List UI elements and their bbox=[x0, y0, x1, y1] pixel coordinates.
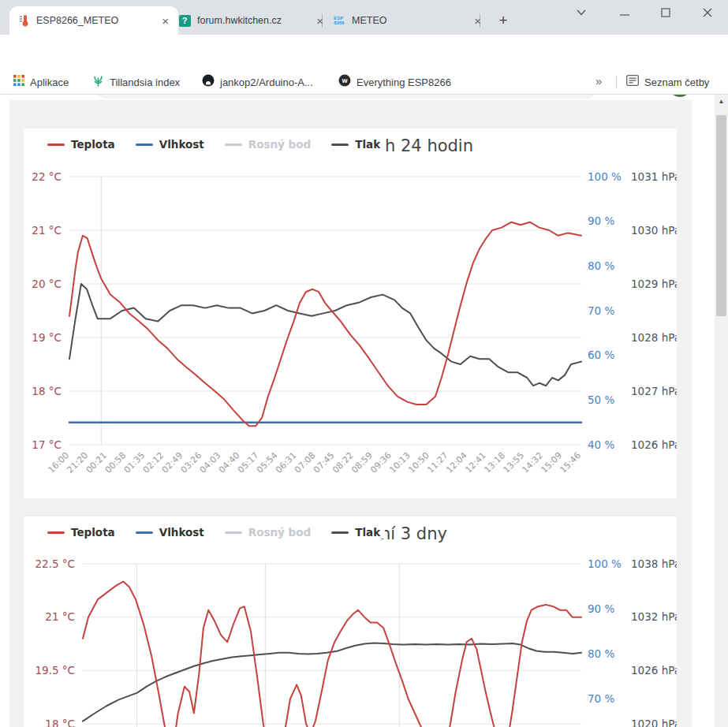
bookmark-everything-esp8266[interactable]: W Everything ESP8266 bbox=[334, 73, 455, 91]
legend-item[interactable]: Vlhkost bbox=[136, 526, 204, 539]
humidity-tick-label: 100 % bbox=[588, 557, 622, 570]
x-tick-label: 12:04 bbox=[444, 450, 469, 475]
x-tick-label: 13:18 bbox=[482, 450, 507, 475]
tab-esp8266-meteo[interactable]: ESP8266_METEO × bbox=[9, 6, 178, 35]
series-teplota bbox=[69, 222, 581, 426]
scrollbar-up-arrow[interactable]: ▲ bbox=[715, 98, 728, 105]
maximize-button[interactable] bbox=[650, 2, 681, 24]
temp-tick-label: 18 °C bbox=[32, 385, 62, 397]
legend-item[interactable]: Vlhkost bbox=[136, 138, 204, 151]
x-tick-label: 10:13 bbox=[387, 450, 413, 475]
bookmark-github-arduino[interactable]: jankop2/Arduino-A... bbox=[198, 73, 317, 91]
chart-card-24h: h 24 hodin TeplotaVlhkostRosný bodTlak 2… bbox=[24, 129, 677, 498]
temp-tick-label: 20 °C bbox=[32, 278, 62, 290]
esp8266-icon: ESP8266 bbox=[333, 14, 345, 27]
tab-forum-hwkitchen[interactable]: ? forum.hwkitchen.cz × bbox=[170, 6, 333, 35]
tab-divider bbox=[322, 13, 323, 28]
reading-list-label: Seznam četby bbox=[644, 76, 709, 88]
temp-tick-label: 22 °C bbox=[32, 170, 62, 183]
x-tick-label: 09:36 bbox=[368, 450, 394, 475]
legend-item[interactable]: Tlak bbox=[331, 138, 380, 151]
temp-tick-label: 19.5 °C bbox=[35, 664, 75, 677]
humidity-tick-label: 60 % bbox=[588, 349, 614, 361]
x-tick-label: 04:03 bbox=[198, 450, 223, 475]
tab-meteo[interactable]: ESP8266 METEO × bbox=[325, 6, 491, 35]
x-tick-label: 05:54 bbox=[255, 450, 280, 475]
x-tick-label: 13:55 bbox=[501, 450, 526, 475]
series-tlak bbox=[83, 643, 581, 721]
scrollbar-thumb[interactable] bbox=[716, 115, 726, 316]
reading-list-button[interactable]: Seznam četby bbox=[622, 73, 713, 91]
x-tick-label: 05:17 bbox=[236, 450, 261, 475]
x-tick-label: 12:41 bbox=[463, 450, 488, 475]
tab-title: forum.hwkitchen.cz bbox=[197, 15, 307, 26]
scrollbar[interactable]: ▲ bbox=[715, 95, 728, 727]
x-tick-label: 06:31 bbox=[274, 450, 299, 475]
legend-item[interactable]: Teplota bbox=[47, 138, 115, 151]
humidity-tick-label: 50 % bbox=[588, 393, 614, 406]
x-tick-label: 14:32 bbox=[520, 450, 545, 475]
pressure-tick-label: 1029 hPa bbox=[631, 278, 677, 290]
bookmark-label: Tillandsia index bbox=[110, 76, 180, 88]
github-icon bbox=[202, 74, 215, 90]
x-tick-label: 08:59 bbox=[349, 450, 375, 475]
temp-tick-label: 18 °C bbox=[45, 718, 75, 727]
browser-toolbar: ← → ↻ Nezabezpečeno fancon03.tmep.cz ☆ ⋮ bbox=[0, 35, 728, 69]
chart-title-3days: ní 3 dny bbox=[380, 524, 447, 543]
legend-item[interactable]: Rosný bod bbox=[225, 138, 311, 151]
chart-24h-plot[interactable]: 22 °C21 °C20 °C19 °C18 °C17 °C100 %90 %8… bbox=[24, 129, 677, 498]
svg-text:W: W bbox=[342, 78, 347, 84]
temp-tick-label: 21 °C bbox=[45, 610, 75, 623]
chart-3days-plot[interactable]: 22.5 °C21 °C19.5 °C18 °C100 %90 %80 %70 … bbox=[24, 516, 677, 727]
new-tab-button[interactable]: + bbox=[492, 9, 514, 32]
close-icon[interactable]: × bbox=[471, 14, 484, 28]
bookmark-aplikace[interactable]: Aplikace bbox=[9, 73, 73, 91]
legend-item[interactable]: Tlak bbox=[331, 526, 380, 539]
bookmarks-overflow-chevrons[interactable]: » bbox=[595, 74, 602, 88]
legend-swatch bbox=[225, 144, 242, 146]
pressure-tick-label: 1020 hPa bbox=[631, 718, 677, 727]
series-tlak bbox=[69, 284, 581, 386]
pressure-tick-label: 1028 hPa bbox=[631, 331, 677, 344]
legend-swatch bbox=[47, 531, 65, 534]
question-icon: ? bbox=[178, 14, 191, 27]
x-tick-label: 21:20 bbox=[65, 450, 91, 475]
reading-list-icon bbox=[626, 75, 639, 89]
x-tick-label: 10:50 bbox=[406, 450, 431, 475]
apps-grid-icon bbox=[13, 75, 24, 89]
legend-swatch bbox=[225, 531, 242, 534]
pressure-tick-label: 1026 hPa bbox=[631, 438, 677, 451]
bookmarks-divider bbox=[616, 76, 617, 88]
chart-legend: TeplotaVlhkostRosný bodTlak bbox=[47, 138, 385, 151]
x-tick-label: 15:46 bbox=[558, 450, 584, 475]
thermometer-icon bbox=[17, 14, 30, 27]
x-tick-label: 16:00 bbox=[47, 450, 72, 475]
plant-icon bbox=[92, 75, 104, 90]
close-window-button[interactable] bbox=[692, 2, 723, 24]
legend-swatch bbox=[331, 144, 349, 146]
x-tick-label: 04:40 bbox=[217, 450, 242, 475]
tab-strip: ESP8266_METEO × ? forum.hwkitchen.cz × E… bbox=[0, 0, 728, 35]
bookmark-tillandsia[interactable]: Tillandsia index bbox=[88, 73, 184, 91]
bookmark-label: Aplikace bbox=[30, 76, 69, 88]
legend-item[interactable]: Teplota bbox=[47, 526, 115, 539]
x-tick-label: 07:45 bbox=[312, 450, 337, 475]
chart-legend: TeplotaVlhkostRosný bodTlak bbox=[47, 526, 385, 539]
temp-tick-label: 21 °C bbox=[32, 224, 62, 237]
bookmark-label: jankop2/Arduino-A... bbox=[220, 76, 313, 88]
minimize-button[interactable] bbox=[609, 2, 640, 24]
legend-swatch bbox=[47, 144, 65, 146]
pressure-tick-label: 1026 hPa bbox=[631, 664, 677, 677]
tab-search-chevron-icon[interactable] bbox=[566, 2, 597, 24]
pressure-tick-label: 1030 hPa bbox=[631, 224, 677, 237]
humidity-tick-label: 100 % bbox=[588, 170, 622, 183]
bookmark-label: Everything ESP8266 bbox=[357, 76, 451, 88]
temp-tick-label: 19 °C bbox=[32, 331, 62, 344]
tab-title: ESP8266_METEO bbox=[36, 15, 152, 26]
x-tick-label: 01:35 bbox=[122, 450, 147, 475]
legend-swatch bbox=[331, 531, 349, 534]
x-tick-label: 07:08 bbox=[293, 450, 318, 475]
temp-tick-label: 17 °C bbox=[32, 438, 62, 451]
pressure-tick-label: 1032 hPa bbox=[631, 610, 677, 623]
legend-item[interactable]: Rosný bod bbox=[225, 526, 311, 539]
